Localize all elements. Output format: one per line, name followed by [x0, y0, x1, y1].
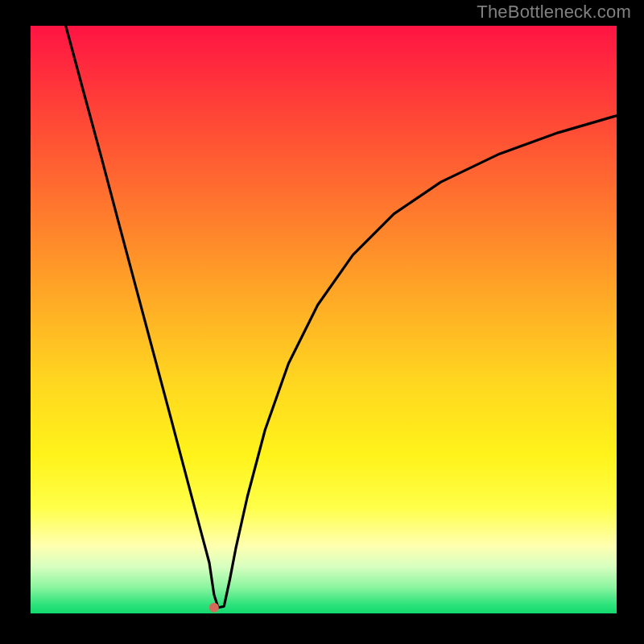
plot-background — [31, 26, 617, 613]
watermark-text: TheBottleneck.com — [477, 2, 631, 23]
min-point-marker — [209, 603, 219, 613]
bottleneck-chart — [0, 0, 644, 644]
chart-container: TheBottleneck.com — [0, 0, 644, 644]
